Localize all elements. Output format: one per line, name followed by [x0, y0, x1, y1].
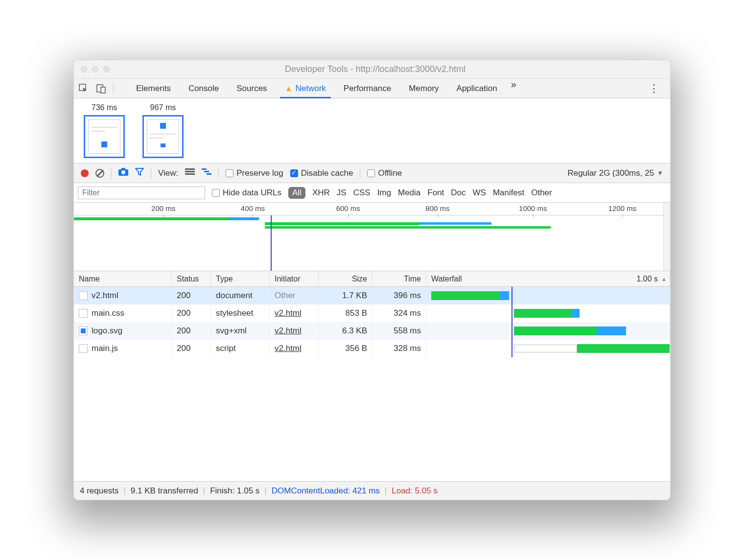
- devtools-tabbar: Elements Console Sources ▲ Network Perfo…: [74, 79, 670, 98]
- timeline-overview[interactable]: 200 ms 400 ms 600 ms 800 ms 1000 ms 1200…: [74, 203, 670, 271]
- request-type: document: [211, 287, 270, 304]
- offline-checkbox[interactable]: Offline: [367, 168, 402, 178]
- request-size: 1.7 KB: [319, 287, 372, 304]
- separator: [113, 83, 114, 94]
- minimize-window-button[interactable]: [92, 66, 98, 72]
- filter-type-css[interactable]: CSS: [353, 188, 371, 198]
- clear-button[interactable]: [95, 169, 104, 178]
- overview-body: [74, 215, 670, 271]
- filter-type-all[interactable]: All: [288, 187, 305, 199]
- filter-type-other[interactable]: Other: [531, 188, 552, 198]
- filter-type-img[interactable]: Img: [377, 188, 391, 198]
- request-size: 853 B: [319, 304, 372, 322]
- capture-screenshots-icon[interactable]: [118, 168, 128, 178]
- window-title: Developer Tools - http://localhost:3000/…: [110, 64, 641, 74]
- maximize-window-button[interactable]: [103, 66, 110, 72]
- col-size[interactable]: Size: [319, 271, 372, 286]
- request-initiator-link[interactable]: v2.html: [275, 344, 302, 353]
- network-toolbar: View: Preserve log Disable cache Offline…: [74, 163, 670, 183]
- request-size: 6.3 KB: [319, 322, 372, 340]
- request-status: 200: [172, 340, 211, 357]
- svg-rect-4: [121, 168, 125, 170]
- waterfall-cell: [426, 322, 670, 340]
- table-row[interactable]: main.js 200 script v2.html 356 B 328 ms: [74, 340, 670, 357]
- filter-type-manifest[interactable]: Manifest: [493, 188, 524, 198]
- filmstrip-frame-1[interactable]: 967 ms: [142, 103, 184, 158]
- col-name[interactable]: Name: [74, 271, 172, 286]
- filter-input[interactable]: [78, 187, 205, 199]
- request-time: 324 ms: [372, 304, 426, 322]
- tab-console[interactable]: Console: [180, 79, 228, 98]
- device-toggle-icon[interactable]: [95, 83, 107, 94]
- filter-type-js[interactable]: JS: [337, 188, 347, 198]
- request-status: 200: [172, 322, 211, 340]
- table-header: Name Status Type Initiator Size Time Wat…: [74, 271, 670, 287]
- devtools-window: Developer Tools - http://localhost:3000/…: [73, 60, 671, 500]
- checkbox-icon: [226, 169, 233, 177]
- separator: [151, 168, 151, 179]
- sb-finish: Finish: 1.05 s: [210, 486, 259, 496]
- request-initiator-link[interactable]: v2.html: [275, 308, 302, 318]
- tab-network-label: Network: [295, 84, 326, 93]
- offline-label: Offline: [378, 168, 402, 178]
- more-tabs-button[interactable]: »: [506, 79, 521, 98]
- waterfall-cell: [426, 287, 670, 304]
- window-controls: [74, 66, 110, 72]
- table-row[interactable]: main.css 200 stylesheet v2.html 853 B 32…: [74, 304, 670, 322]
- svg-file-icon: [79, 327, 88, 335]
- waterfall-cell: [426, 304, 670, 322]
- inspect-element-icon[interactable]: [78, 83, 90, 94]
- col-initiator[interactable]: Initiator: [270, 271, 319, 286]
- separator: [360, 168, 360, 179]
- table-row[interactable]: logo.svg 200 svg+xml v2.html 6.3 KB 558 …: [74, 322, 670, 340]
- tab-memory[interactable]: Memory: [400, 79, 447, 98]
- sb-load: Load: 5.05 s: [392, 486, 438, 496]
- filter-type-doc[interactable]: Doc: [451, 188, 465, 198]
- hide-data-urls-checkbox[interactable]: Hide data URLs: [212, 188, 281, 198]
- request-status: 200: [172, 287, 211, 304]
- status-bar: 4 requests | 9.1 KB transferred | Finish…: [74, 481, 670, 500]
- col-type[interactable]: Type: [211, 271, 270, 286]
- svg-rect-9: [202, 168, 207, 170]
- overview-scrollbar[interactable]: [663, 203, 670, 271]
- filmstrip-frame-0[interactable]: 736 ms: [84, 103, 125, 158]
- filter-type-font[interactable]: Font: [427, 188, 444, 198]
- sb-transferred: 9.1 KB transferred: [131, 486, 198, 496]
- disable-cache-checkbox[interactable]: Disable cache: [290, 168, 353, 178]
- filter-type-xhr[interactable]: XHR: [312, 188, 330, 198]
- tab-application[interactable]: Application: [448, 79, 506, 98]
- table-row[interactable]: v2.html 200 document Other 1.7 KB 396 ms: [74, 287, 670, 304]
- tab-performance[interactable]: Performance: [335, 79, 400, 98]
- request-type: svg+xml: [211, 322, 270, 340]
- view-large-rows-icon[interactable]: [185, 168, 195, 178]
- record-button[interactable]: [81, 169, 89, 177]
- request-name: main.css: [92, 308, 124, 318]
- throttling-select[interactable]: Regular 2G (300ms, 25 ▼: [567, 168, 663, 178]
- col-status[interactable]: Status: [172, 271, 211, 286]
- view-waterfall-icon[interactable]: [202, 168, 211, 178]
- col-time[interactable]: Time: [372, 271, 426, 286]
- checkbox-icon: [367, 169, 375, 177]
- request-initiator-link[interactable]: v2.html: [275, 326, 302, 336]
- request-initiator: Other: [275, 291, 296, 301]
- close-window-button[interactable]: [81, 66, 87, 72]
- requests-table: Name Status Type Initiator Size Time Wat…: [74, 271, 670, 481]
- tick: 1200 ms: [608, 204, 637, 212]
- col-waterfall[interactable]: Waterfall 1.00 s ▲: [426, 271, 670, 286]
- tab-sources[interactable]: Sources: [228, 79, 276, 98]
- request-time: 396 ms: [372, 287, 426, 304]
- filter-type-media[interactable]: Media: [398, 188, 420, 198]
- filter-type-ws[interactable]: WS: [473, 188, 486, 198]
- tab-elements[interactable]: Elements: [127, 79, 180, 98]
- svg-rect-2: [101, 87, 105, 93]
- filter-toggle-icon[interactable]: [135, 167, 144, 179]
- devtools-menu-button[interactable]: ⋮: [642, 82, 666, 95]
- separator: [218, 168, 219, 179]
- request-size: 356 B: [319, 340, 372, 357]
- preserve-log-checkbox[interactable]: Preserve log: [226, 168, 283, 178]
- overview-ruler: 200 ms 400 ms 600 ms 800 ms 1000 ms 1200…: [74, 203, 670, 215]
- tab-network[interactable]: ▲ Network: [276, 79, 335, 98]
- waterfall-cell: [426, 340, 670, 357]
- panel-tabs: Elements Console Sources ▲ Network Perfo…: [127, 79, 521, 98]
- dcl-marker: [271, 215, 272, 271]
